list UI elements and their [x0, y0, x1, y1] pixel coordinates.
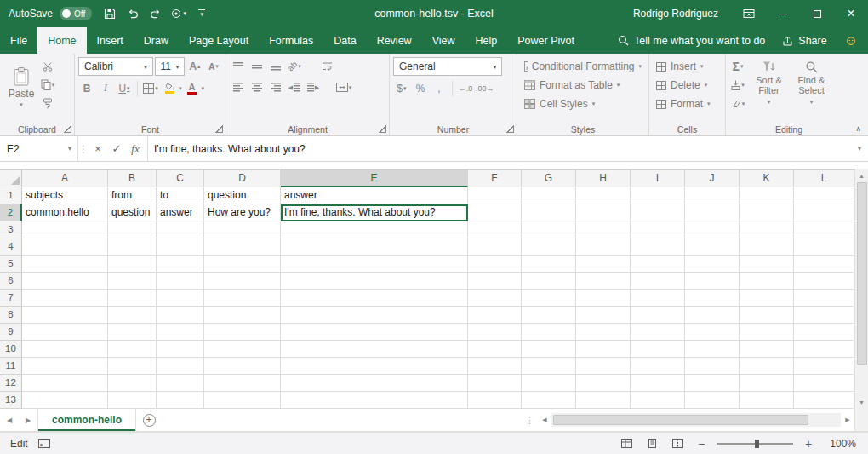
horizontal-scrollbar-track[interactable]	[551, 413, 841, 427]
scroll-left-icon[interactable]: ◀	[538, 413, 551, 427]
orientation-button[interactable]: ab▾	[286, 57, 303, 75]
cell-I12[interactable]	[631, 375, 685, 392]
cell-J10[interactable]	[685, 341, 740, 358]
number-format-combo[interactable]: General ▾	[393, 57, 502, 76]
name-box[interactable]: E2 ▾	[0, 136, 78, 161]
clear-button[interactable]: ▾	[729, 95, 746, 112]
cell-F11[interactable]	[468, 358, 522, 375]
cell-A11[interactable]	[22, 358, 108, 375]
horizontal-scrollbar[interactable]: ◀ ▶	[538, 409, 854, 431]
formula-input[interactable]: I'm fine, thanks. What about you?	[148, 136, 851, 161]
fill-color-button[interactable]: ▾	[161, 79, 182, 97]
normal-view-button[interactable]	[618, 435, 635, 452]
increase-indent-button[interactable]: ▶	[305, 78, 322, 96]
tab-home[interactable]: Home	[37, 27, 86, 54]
cell-J1[interactable]	[685, 187, 740, 204]
cell-K8[interactable]	[740, 307, 794, 324]
cell-H7[interactable]	[576, 290, 631, 307]
bottom-align-button[interactable]	[267, 57, 284, 75]
percent-style-button[interactable]: %	[412, 79, 429, 97]
sort-filter-button[interactable]: Sort & Filter ▾	[749, 57, 789, 112]
cell-F13[interactable]	[468, 392, 522, 409]
cell-B11[interactable]	[108, 358, 157, 375]
font-size-combo[interactable]: 11 ▾	[155, 57, 185, 76]
row-header-13[interactable]: 13	[0, 392, 22, 409]
cell-E3[interactable]	[281, 221, 468, 238]
grow-font-button[interactable]: A▴	[186, 58, 203, 76]
row-header-7[interactable]: 7	[0, 290, 22, 307]
cell-E10[interactable]	[281, 341, 468, 358]
cell-C1[interactable]: to	[157, 187, 204, 204]
cell-F6[interactable]	[468, 273, 522, 290]
italic-button[interactable]: I	[97, 79, 114, 97]
cell-B13[interactable]	[108, 392, 157, 409]
cell-I7[interactable]	[631, 290, 685, 307]
cell-B12[interactable]	[108, 375, 157, 392]
cell-D13[interactable]	[204, 392, 281, 409]
sheet-nav-left-icon[interactable]: ◀	[0, 409, 19, 431]
select-all-button[interactable]	[0, 170, 22, 187]
cell-J9[interactable]	[685, 324, 740, 341]
cell-H1[interactable]	[576, 187, 631, 204]
formula-bar-handle[interactable]: ⋮	[78, 136, 89, 161]
cell-F9[interactable]	[468, 324, 522, 341]
cell-E11[interactable]	[281, 358, 468, 375]
cell-K9[interactable]	[740, 324, 794, 341]
undo-button[interactable]	[123, 3, 143, 25]
decrease-decimal-button[interactable]: .00→	[476, 79, 494, 97]
cell-C4[interactable]	[157, 238, 204, 256]
cell-G4[interactable]	[522, 238, 576, 256]
cell-K3[interactable]	[740, 221, 794, 238]
format-painter-button[interactable]	[39, 95, 56, 112]
cell-K11[interactable]	[740, 358, 794, 375]
sheet-nav-right-icon[interactable]: ▶	[19, 409, 37, 431]
row-header-4[interactable]: 4	[0, 238, 22, 256]
wrap-text-button[interactable]	[318, 57, 335, 75]
cell-G1[interactable]	[522, 187, 576, 204]
cell-J4[interactable]	[685, 238, 740, 256]
tab-insert[interactable]: Insert	[87, 27, 134, 54]
cell-K5[interactable]	[740, 256, 794, 273]
customize-qat-button[interactable]: ▾	[191, 3, 212, 25]
cell-L1[interactable]	[794, 187, 854, 204]
cell-H9[interactable]	[576, 324, 631, 341]
redo-button[interactable]	[146, 3, 166, 25]
zoom-slider-thumb[interactable]	[755, 440, 759, 448]
cell-H2[interactable]	[576, 204, 631, 221]
insert-cells-button[interactable]: Insert ▾	[653, 57, 722, 76]
cell-D4[interactable]	[204, 238, 281, 256]
cell-L13[interactable]	[794, 392, 854, 409]
cell-G2[interactable]	[522, 204, 576, 221]
cell-B10[interactable]	[108, 341, 157, 358]
align-right-button[interactable]	[267, 78, 284, 96]
cell-D5[interactable]	[204, 256, 281, 273]
accounting-format-button[interactable]: $▾	[393, 79, 410, 97]
zoom-in-button[interactable]: +	[802, 437, 815, 451]
cell-A13[interactable]	[22, 392, 108, 409]
tab-review[interactable]: Review	[367, 27, 422, 54]
row-header-5[interactable]: 5	[0, 256, 22, 273]
cell-L5[interactable]	[794, 256, 854, 273]
row-header-12[interactable]: 12	[0, 375, 22, 392]
fill-button[interactable]: ▾	[729, 76, 746, 94]
cell-A12[interactable]	[22, 375, 108, 392]
cell-B6[interactable]	[108, 273, 157, 290]
cell-G11[interactable]	[522, 358, 576, 375]
cell-G10[interactable]	[522, 341, 576, 358]
row-header-1[interactable]: 1	[0, 187, 22, 204]
scroll-down-icon[interactable]: ▼	[855, 395, 868, 409]
save-button[interactable]	[100, 3, 120, 25]
paste-button[interactable]: Paste ▾	[3, 57, 39, 118]
cell-H4[interactable]	[576, 238, 631, 256]
column-header-J[interactable]: J	[685, 170, 740, 187]
cell-D1[interactable]: question	[204, 187, 281, 204]
sheet-tab-common-hello[interactable]: common-hello	[37, 409, 136, 431]
clipboard-dialog-launcher[interactable]	[64, 125, 71, 133]
maximize-button[interactable]	[800, 0, 834, 27]
cell-L8[interactable]	[794, 307, 854, 324]
cell-C2[interactable]: answer	[157, 204, 204, 221]
cell-H13[interactable]	[576, 392, 631, 409]
cell-D9[interactable]	[204, 324, 281, 341]
font-name-combo[interactable]: Calibri ▾	[78, 57, 153, 76]
increase-decimal-button[interactable]: ←.0	[457, 79, 474, 97]
